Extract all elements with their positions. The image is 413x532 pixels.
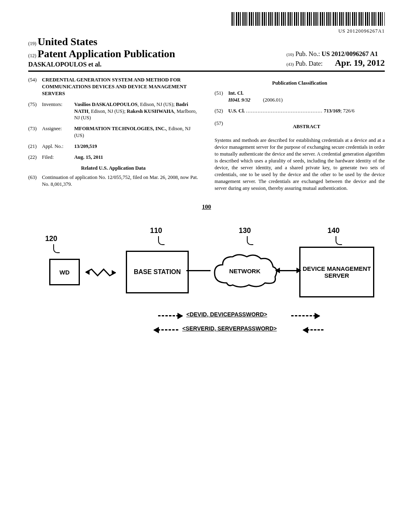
pub-date: Apr. 19, 2012: [324, 58, 385, 68]
conn-network-server: [279, 270, 297, 271]
dash-right-cred2: [303, 329, 323, 330]
figure-area: 100 120 110 130 140 WD BASE STATION NETW…: [28, 204, 385, 347]
continuation-code: (63): [28, 174, 42, 188]
uscl-code: (52): [215, 108, 228, 114]
uscl-label: U.S. Cl.: [228, 108, 245, 114]
appl-code: (21): [28, 143, 42, 150]
abstract-code: (57): [215, 120, 228, 133]
ref-120: 120: [45, 235, 57, 243]
box-server-label: DEVICE MANAGEMENT SERVER: [300, 265, 373, 279]
intcl-label: Int. Cl.: [228, 90, 244, 96]
assignee-code: (73): [28, 125, 42, 139]
appl-label: Appl. No.:: [42, 143, 74, 150]
credential-line-2: <SERVERID, SERVERPASSWORD>: [182, 325, 277, 332]
inventor-1: Vasilios DASKALOPOULOS: [74, 102, 138, 107]
barcode-graphic: [232, 12, 385, 26]
right-column: Publication Classification (51) Int. Cl.…: [215, 77, 385, 191]
uscl-rest: ; 726/6: [340, 108, 355, 114]
figure-ref-100: 100: [202, 204, 211, 210]
barcode-number: US 20120096267A1: [28, 28, 385, 34]
pub-no: US 2012/0096267 A1: [321, 50, 378, 57]
title-code: (54): [28, 77, 42, 97]
box-wd: WD: [49, 259, 80, 285]
box-base-station: BASE STATION: [126, 251, 189, 293]
ref-130: 130: [239, 227, 251, 235]
uscl-dots: ........................................…: [246, 108, 323, 114]
uscl-main: 713/169: [324, 108, 340, 114]
left-column: (54) CREDENTIAL GENERATION SYSTEM AND ME…: [28, 77, 198, 191]
leader-140: [336, 236, 342, 245]
filed-label: Filed:: [42, 154, 74, 161]
barcode-block: US 20120096267A1: [28, 12, 385, 34]
pub-type: Patent Application Publication: [38, 48, 175, 60]
dash-left-cred1: [158, 315, 182, 316]
cloud-network: NETWORK: [211, 251, 279, 291]
assignee-label: Assignee:: [42, 125, 74, 139]
intcl-date: (2006.01): [263, 97, 283, 103]
intcl-code: (51): [215, 90, 228, 104]
dash-right-cred1: [291, 315, 319, 316]
box-device-management-server: DEVICE MANAGEMENT SERVER: [299, 247, 374, 297]
leader-120: [53, 244, 60, 253]
invention-title: CREDENTIAL GENERATION SYSTEM AND METHOD …: [42, 77, 198, 97]
continuation-text: Continuation of application No. 12/055,7…: [42, 174, 198, 188]
authors-line: DASKALOPOULOS et al.: [28, 61, 175, 68]
conn-base-network: [186, 270, 211, 271]
pub-date-code: (43): [286, 62, 294, 66]
credential-line-1: <DEVID, DEVICEPASSWORD>: [186, 311, 267, 318]
related-heading: Related U.S. Application Data: [28, 165, 198, 172]
box-base-label: BASE STATION: [134, 268, 181, 276]
wireless-link-icon: [86, 268, 118, 276]
publication-header: (19) United States (12) Patent Applicati…: [28, 36, 385, 72]
pub-no-code: (10): [286, 52, 294, 57]
pub-type-code: (12): [28, 53, 36, 58]
ref-110: 110: [150, 227, 162, 235]
inventor-3: Rakesh KUSHWAHA: [127, 108, 174, 114]
ref-140: 140: [327, 227, 340, 235]
filed-code: (22): [28, 154, 42, 161]
inventors-label: Inventors:: [42, 101, 74, 122]
cloud-label: NETWORK: [229, 268, 261, 274]
pub-date-label: Pub. Date:: [295, 60, 323, 67]
inventor-1-addr: , Edison, NJ (US);: [138, 102, 176, 107]
filed-value: Aug. 15, 2011: [74, 154, 103, 160]
leader-110: [158, 236, 165, 245]
pub-no-label: Pub. No.:: [295, 50, 320, 57]
pub-class-heading: Publication Classification: [215, 80, 385, 87]
country-name: United States: [38, 36, 97, 48]
assignee-value: MFORMATION TECHNOLOGIES, INC., Edison, N…: [74, 125, 198, 139]
abstract-text: Systems and methods are described for es…: [215, 137, 385, 191]
box-wd-label: WD: [60, 269, 70, 276]
inventors-value: Vasilios DASKALOPOULOS, Edison, NJ (US);…: [74, 101, 198, 122]
diagram: 120 110 130 140 WD BASE STATION NETWORK …: [41, 227, 372, 347]
appl-value: 13/209,519: [74, 143, 97, 149]
dash-left-cred2: [154, 329, 178, 330]
inventors-code: (75): [28, 101, 42, 122]
leader-130: [247, 236, 253, 245]
intcl-symbol: H04L 9/32: [228, 97, 250, 103]
assignee-name: MFORMATION TECHNOLOGIES, INC.: [74, 126, 166, 131]
inventor-2-addr: , Edison, NJ (US);: [88, 108, 127, 114]
abstract-heading: ABSTRACT: [228, 123, 385, 130]
country-code: (19): [28, 41, 36, 46]
